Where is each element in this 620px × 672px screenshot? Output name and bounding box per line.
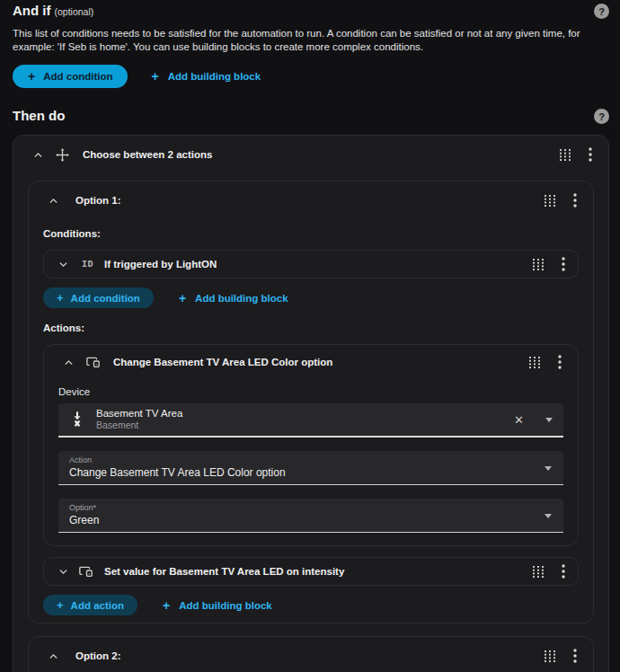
kebab-menu-icon[interactable] — [589, 147, 592, 162]
chevron-up-icon[interactable] — [43, 190, 63, 210]
drag-handle-icon[interactable] — [529, 357, 540, 368]
option-1-title: Option 1: — [75, 195, 120, 206]
chevron-up-icon[interactable] — [43, 646, 63, 666]
and-if-title: And if(optional) — [13, 3, 93, 18]
device-picker[interactable]: Basement TV Area Basement ✕ — [58, 403, 563, 438]
plus-icon: + — [28, 70, 35, 83]
chevron-down-icon[interactable] — [53, 254, 73, 274]
option-2-card: Option 2: Conditions: — [28, 636, 594, 672]
chevron-up-icon[interactable] — [28, 145, 48, 164]
plus-icon: + — [163, 599, 170, 612]
action-select-label: Action — [69, 455, 553, 464]
help-icon[interactable]: ? — [594, 4, 609, 19]
action-row-title: Set value for Basement TV Area LED on in… — [104, 566, 344, 577]
clear-icon[interactable]: ✕ — [514, 413, 524, 427]
device-area: Basement — [96, 420, 182, 431]
dropdown-caret-icon[interactable] — [545, 514, 552, 518]
and-if-optional-text: (optional) — [55, 6, 94, 17]
action-row-set-value[interactable]: Set value for Basement TV Area LED on in… — [43, 557, 579, 586]
plus-icon: + — [179, 292, 186, 305]
device-name: Basement TV Area — [96, 408, 182, 420]
add-condition-button[interactable]: + Add condition — [43, 287, 154, 308]
device-label: Device — [58, 386, 563, 397]
action-select[interactable]: Action Change Basement TV Area LED Color… — [58, 451, 563, 485]
kebab-menu-icon[interactable] — [573, 649, 577, 663]
and-if-title-text: And if — [13, 3, 51, 18]
add-building-block-button[interactable]: + Add building block — [163, 599, 272, 612]
add-building-block-label: Add building block — [168, 71, 261, 82]
add-condition-label: Add condition — [71, 293, 140, 304]
add-building-block-button[interactable]: + Add building block — [151, 70, 261, 83]
and-if-section-header: And if(optional) ? — [13, 3, 609, 19]
actions-label: Actions: — [43, 323, 579, 333]
add-condition-button[interactable]: + Add condition — [13, 65, 128, 88]
action-card-title: Change Basement TV Area LED Color option — [113, 357, 332, 367]
option-2-header: Option 2: — [43, 642, 579, 669]
help-icon[interactable]: ? — [594, 109, 609, 124]
dropdown-caret-icon[interactable] — [545, 418, 553, 422]
then-do-title: Then do — [13, 108, 65, 123]
kebab-menu-icon[interactable] — [558, 355, 562, 369]
plus-icon: + — [151, 70, 158, 83]
chevron-down-icon[interactable] — [53, 561, 73, 581]
condition-row-title: If triggered by LightON — [104, 259, 217, 270]
action-select-value: Change Basement TV Area LED Color option — [69, 466, 553, 479]
automation-editor: And if(optional) ? This list of conditio… — [0, 0, 620, 672]
add-building-block-button[interactable]: + Add building block — [179, 292, 288, 305]
option-select-value: Green — [69, 514, 553, 526]
then-do-section-header: Then do ? — [13, 108, 609, 124]
devices-icon — [85, 355, 101, 369]
option-1-header: Option 1: — [43, 187, 579, 214]
option-select[interactable]: Option* Green — [58, 499, 563, 533]
option-select-label: Option* — [69, 503, 553, 512]
kebab-menu-icon[interactable] — [562, 564, 565, 579]
dropdown-caret-icon[interactable] — [545, 466, 552, 471]
add-condition-label: Add condition — [43, 71, 112, 82]
add-action-button[interactable]: + Add action — [43, 595, 137, 615]
add-building-block-label: Add building block — [195, 293, 288, 304]
trigger-id-icon: ID — [82, 260, 93, 270]
choose-action-card: Choose between 2 actions Op — [13, 135, 609, 672]
condition-row-if-triggered[interactable]: ID If triggered by LightON — [43, 250, 579, 279]
drag-handle-icon[interactable] — [533, 566, 544, 578]
drag-handle-icon[interactable] — [545, 195, 555, 207]
choose-card-title: Choose between 2 actions — [83, 149, 212, 160]
plus-icon: + — [57, 292, 64, 304]
option-1-card: Option 1: Conditions: — [28, 181, 594, 623]
option-2-title: Option 2: — [75, 650, 120, 661]
conditions-label: Conditions: — [43, 228, 579, 239]
action-card-header: Change Basement TV Area LED Color option — [58, 349, 563, 376]
chevron-up-icon[interactable] — [58, 352, 78, 372]
add-action-label: Add action — [71, 600, 124, 611]
and-if-description: This list of conditions needs to be sati… — [13, 27, 609, 54]
drag-handle-icon[interactable] — [560, 149, 571, 161]
kebab-menu-icon[interactable] — [573, 193, 577, 208]
drag-handle-icon[interactable] — [533, 259, 544, 270]
devices-icon — [78, 564, 93, 579]
add-building-block-label: Add building block — [179, 600, 272, 611]
action-card-change-led-color: Change Basement TV Area LED Color option… — [43, 344, 579, 546]
plus-icon: + — [57, 599, 64, 611]
choose-card-header: Choose between 2 actions — [28, 141, 594, 168]
kebab-menu-icon[interactable] — [562, 257, 565, 271]
drag-handle-icon[interactable] — [545, 650, 555, 662]
choose-branch-icon — [55, 147, 70, 163]
device-hub-icon — [67, 410, 87, 429]
